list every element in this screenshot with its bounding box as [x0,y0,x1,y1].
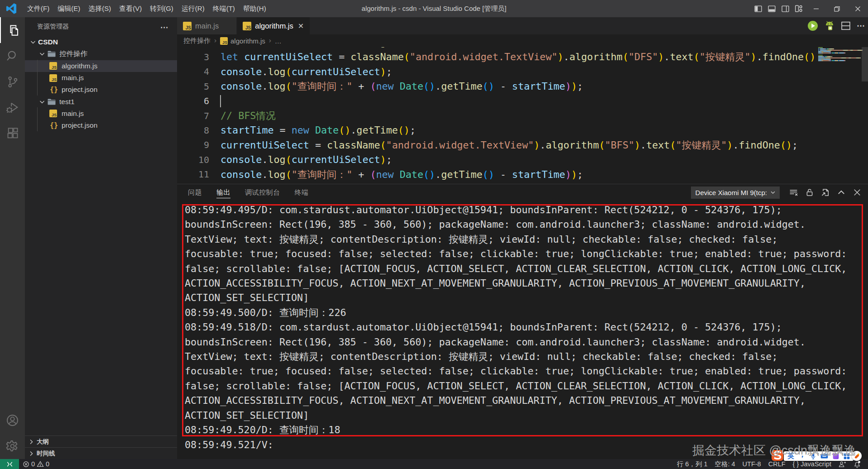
minimap[interactable] [816,47,868,184]
text-cursor [220,95,221,107]
tab-label: main.js [195,22,219,30]
menu-转到(G)[interactable]: 转到(G) [146,0,177,17]
tab-bar: JSmain.jsJSalgorithm.js✕ [177,17,868,34]
android-device-icon[interactable] [824,20,835,31]
breadcrumb-file[interactable]: algorithm.js [230,37,265,45]
line-number: 3 [177,52,209,62]
line-number: 9 [177,139,209,150]
device-selector-dropdown[interactable]: Device Xiaomi MI 9(tcp: [691,187,780,199]
tab-label: algorithm.js [255,22,293,30]
js-file-icon: JS [243,22,251,30]
search-icon[interactable] [0,43,25,69]
menu-选择(S)[interactable]: 选择(S) [84,0,115,17]
bottom-panel: 问题输出调试控制台终端 Device Xiaomi MI 9(tcp: 08:5… [177,184,868,459]
toggle-panel-icon[interactable] [765,0,778,17]
line-number: 11 [177,169,209,180]
js-file-icon: JS [49,62,58,71]
indentation-status[interactable]: 空格: 4 [711,459,739,469]
tree-item-project.json[interactable]: {}project.json [25,120,177,131]
remote-indicator[interactable] [0,459,19,469]
tree-item-CSDN[interactable]: CSDN [25,36,177,48]
close-panel-icon[interactable] [853,188,862,197]
close-tab-icon[interactable]: ✕ [298,22,304,30]
indent-guide [37,60,38,96]
code-editor[interactable]: 1// DFS情况2let startTime = new Date().get… [177,47,868,184]
accounts-icon[interactable] [0,407,25,433]
js-file-icon: JS [220,37,228,45]
editor-tab-algorithm.js[interactable]: JSalgorithm.js✕ [237,17,310,34]
more-actions-icon[interactable]: ⋯ [857,21,865,31]
highlight-red-box [182,204,863,436]
warning-count: 0 [46,460,49,468]
line-number: 5 [177,81,209,92]
source-control-icon[interactable] [0,69,25,95]
toggle-sidebar-icon[interactable] [751,0,765,17]
editor-area: JSmain.jsJSalgorithm.js✕ ⋯ 控件操作 › JS alg… [177,17,868,459]
lock-scroll-icon[interactable] [805,188,814,197]
chevron-down-icon [29,38,37,46]
extensions-icon[interactable] [0,120,25,146]
close-window-button[interactable] [847,0,868,17]
code-line-4: 4console.log(currentUiSelect); [177,64,868,79]
open-output-in-editor-icon[interactable] [821,188,830,197]
code-line-6: 6 [177,94,868,108]
tree-item-main.js[interactable]: JSmain.js [25,72,177,84]
maximize-panel-icon[interactable] [837,188,846,197]
indent-guide [37,107,38,131]
run-script-button[interactable] [807,20,818,31]
status-bar: 0 0 行 6，列 1空格: 4UTF-8CRLF{ } JavaScript [0,459,868,469]
code-line-11: 11console.log("查询时间：" + (new Date().getT… [177,167,868,182]
breadcrumb: 控件操作 › JS algorithm.js › … [177,34,868,47]
panel-tab-终端[interactable]: 终端 [295,184,309,201]
timeline-section-header[interactable]: 时间线 [25,447,177,459]
menu-查看(V)[interactable]: 查看(V) [115,0,146,17]
run-debug-icon[interactable] [0,95,25,120]
code-line-5: 5console.log("查询时间：" + (new Date().getTi… [177,79,868,94]
device-selector-value: Device Xiaomi MI 9(tcp: [695,189,767,196]
toggle-secondary-sidebar-icon[interactable] [778,0,792,17]
tree-item-test1[interactable]: test1 [25,96,177,107]
editor-tab-main.js[interactable]: JSmain.js [177,17,237,34]
outline-section-header[interactable]: 大纲 [25,436,177,447]
cursor-position-status[interactable]: 行 6，列 1 [673,459,711,469]
customize-layout-icon[interactable] [792,0,806,17]
tree-item-main.js[interactable]: JSmain.js [25,108,177,120]
breadcrumb-folder[interactable]: 控件操作 [183,37,211,45]
explorer-icon[interactable] [0,17,25,43]
restore-button[interactable] [826,0,847,17]
js-file-icon: JS [183,22,192,30]
menu-帮助(H)[interactable]: 帮助(H) [239,0,270,17]
split-editor-icon[interactable] [841,21,851,31]
folder-icon [47,49,56,58]
breadcrumb-separator: › [213,37,217,45]
error-count: 0 [31,460,35,468]
panel-tab-调试控制台[interactable]: 调试控制台 [245,184,280,201]
tree-item-label: main.js [62,110,84,118]
outline-label: 大纲 [37,438,49,446]
window-title: algorithm.js - csdn - Visual Studio Code… [362,0,507,17]
menu-运行(R)[interactable]: 运行(R) [177,0,209,17]
settings-gear-icon[interactable] [0,433,25,459]
tree-item-控件操作[interactable]: 控件操作 [25,48,177,60]
menu-文件(F)[interactable]: 文件(F) [23,0,53,17]
tree-item-algorithm.js[interactable]: JSalgorithm.js [25,60,177,72]
clear-output-icon[interactable] [789,188,798,197]
panel-tab-问题[interactable]: 问题 [188,184,202,201]
editor-scrollbar[interactable] [862,47,868,81]
menu-终端(T)[interactable]: 终端(T) [209,0,239,17]
tree-item-project.json[interactable]: {}project.json [25,84,177,96]
output-log[interactable]: 08:59:49.495/D: com.stardust.automator.U… [177,201,868,459]
breadcrumb-symbol[interactable]: … [275,37,282,45]
tree-item-label: test1 [59,98,75,106]
chevron-down-icon [770,189,776,196]
code-line-8: 8startTime = new Date().getTime(); [177,123,868,138]
minimize-button[interactable] [806,0,826,17]
menu-编辑(E)[interactable]: 编辑(E) [53,0,84,17]
encoding-status[interactable]: UTF-8 [739,459,765,469]
panel-tab-输出[interactable]: 输出 [216,184,230,201]
breadcrumb-separator: › [268,37,272,45]
problems-status[interactable]: 0 0 [19,459,53,469]
sidebar-more-actions-icon[interactable]: ⋯ [160,23,169,32]
chevron-down-icon [38,98,46,105]
code-line-9: 9currentUiSelect = className("android.wi… [177,138,868,152]
